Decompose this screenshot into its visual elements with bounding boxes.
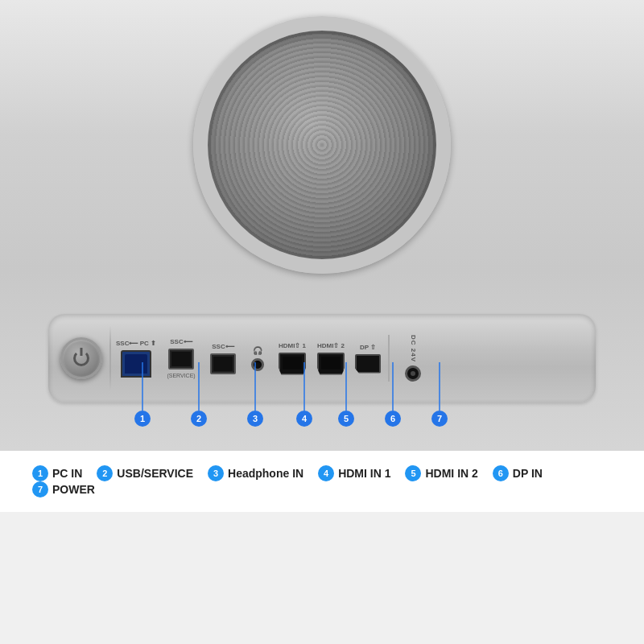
legend-item-4: 4 HDMI IN 1 <box>318 465 390 481</box>
port-4-headphone[interactable] <box>251 358 264 371</box>
port-2-service-label: (SERVICE) <box>167 373 195 378</box>
port-3-label: SSC⟵ <box>212 343 233 350</box>
divider-1 <box>109 326 111 390</box>
port-7-label: DP ⇧ <box>360 344 376 351</box>
port-dc-power[interactable] <box>405 365 421 382</box>
legend-dot-5: 5 <box>405 465 421 481</box>
port-3-group: SSC⟵ <box>206 343 240 374</box>
port-2-usb-a[interactable] <box>168 349 194 369</box>
power-button[interactable] <box>60 337 102 379</box>
power-icon <box>73 350 89 366</box>
port-6-hdmi[interactable] <box>317 353 345 375</box>
legend-text-7: POWER <box>52 483 95 496</box>
port-4-group: 🎧 <box>245 346 270 371</box>
legend-dot-3: 3 <box>208 465 224 481</box>
port-5-label: HDMI⇧ 1 <box>279 342 306 349</box>
port-2-group: SSC⟵ (SERVICE) <box>161 338 201 378</box>
speaker-grille <box>193 16 451 274</box>
legend-area: 1 PC IN 2 USB/SERVICE 3 Headphone IN 4 H… <box>0 451 644 512</box>
dc-label: DC 24V <box>410 335 417 362</box>
port-6-group: HDMI⇧ 2 <box>314 342 348 375</box>
legend-item-2: 2 USB/SERVICE <box>97 465 193 481</box>
port-panel: SSC⟵ PC ⬆ SSC⟵ (SERVICE) SSC⟵ 🎧 HDM <box>48 314 596 402</box>
svg-text:4: 4 <box>302 414 308 423</box>
legend-item-1: 1 PC IN <box>32 465 82 481</box>
bottom-bar <box>0 512 644 644</box>
legend-text-6: DP IN <box>513 467 543 480</box>
port-2-label: SSC⟵ <box>170 338 192 345</box>
legend-item-7: 7 POWER <box>32 481 95 497</box>
legend-dot-6: 6 <box>493 465 509 481</box>
svg-text:2: 2 <box>196 414 201 423</box>
port-3-usb-a[interactable] <box>210 353 236 374</box>
legend-dot-7: 7 <box>32 481 48 497</box>
port-1-usb-b[interactable] <box>121 350 151 378</box>
legend-text-4: HDMI IN 1 <box>338 467 390 480</box>
svg-point-17 <box>385 411 401 427</box>
legend-text-5: HDMI IN 2 <box>425 467 477 480</box>
port-6-label: HDMI⇧ 2 <box>317 342 345 349</box>
svg-text:1: 1 <box>140 414 145 423</box>
speaker-grille-inner <box>208 31 436 259</box>
page-wrapper: SSC⟵ PC ⬆ SSC⟵ (SERVICE) SSC⟵ 🎧 HDM <box>0 0 644 644</box>
port-5-hdmi[interactable] <box>279 353 306 375</box>
legend-text-2: USB/SERVICE <box>117 467 193 480</box>
legend-item-3: 3 Headphone IN <box>208 465 303 481</box>
svg-point-9 <box>191 411 207 427</box>
svg-text:7: 7 <box>437 414 442 423</box>
port-1-group: SSC⟵ PC ⬆ <box>116 340 156 378</box>
svg-point-11 <box>247 411 263 427</box>
port-4-label: 🎧 <box>253 346 262 355</box>
legend-item-5: 5 HDMI IN 2 <box>405 465 477 481</box>
svg-point-13 <box>296 411 312 427</box>
svg-text:5: 5 <box>344 414 349 423</box>
legend-dot-1: 1 <box>32 465 48 481</box>
legend-item-6: 6 DP IN <box>493 465 543 481</box>
legend-dot-2: 2 <box>97 465 113 481</box>
svg-point-7 <box>134 411 151 427</box>
monitor-area: SSC⟵ PC ⬆ SSC⟵ (SERVICE) SSC⟵ 🎧 HDM <box>0 0 644 451</box>
svg-text:6: 6 <box>390 414 395 423</box>
legend-dot-4: 4 <box>318 465 334 481</box>
dc-section: DC 24V <box>388 335 428 382</box>
port-7-dp[interactable] <box>355 354 381 374</box>
svg-point-19 <box>431 411 448 427</box>
port-5-group: HDMI⇧ 1 <box>275 342 309 375</box>
svg-text:3: 3 <box>253 414 258 423</box>
legend-text-1: PC IN <box>52 467 82 480</box>
svg-point-15 <box>338 411 354 427</box>
power-button-area <box>58 335 105 382</box>
legend-text-3: Headphone IN <box>228 467 303 480</box>
port-7-group: DP ⇧ <box>353 344 383 374</box>
port-1-label: SSC⟵ PC ⬆ <box>116 340 156 347</box>
